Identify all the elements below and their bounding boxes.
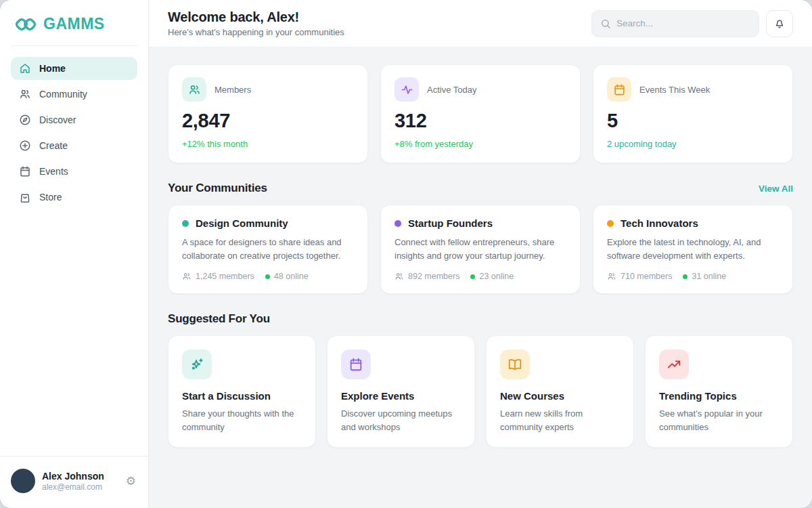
online-dot [470, 274, 475, 279]
sidebar-item-discover[interactable]: Discover [11, 108, 137, 131]
sidebar-item-label: Discover [39, 114, 76, 125]
bell-icon [773, 18, 786, 30]
stat-delta: +12% this month [182, 139, 354, 149]
community-card-startup[interactable]: Startup Founders Connect with fellow ent… [380, 205, 581, 294]
users-icon [182, 272, 191, 281]
suggested-card-trending[interactable]: Trending Topics See what's popular in yo… [645, 335, 793, 448]
gear-icon[interactable]: ⚙ [125, 474, 137, 488]
users-icon [182, 77, 206, 102]
members-count: 710 members [607, 272, 672, 281]
sidebar-item-home[interactable]: Home [11, 57, 137, 80]
page-title: Welcome back, Alex! [168, 9, 344, 25]
sidebar-item-create[interactable]: Create [11, 134, 137, 157]
calendar-icon [607, 77, 631, 102]
activity-icon [394, 77, 419, 102]
stat-card-active-today: Active Today 312 +8% from yesterday [380, 64, 581, 163]
communities-grid: Design Community A space for designers t… [168, 205, 793, 294]
users-icon [607, 272, 616, 281]
sidebar-item-events[interactable]: Events [11, 160, 137, 183]
stat-label: Events This Week [639, 85, 710, 95]
section-title: Your Communities [168, 182, 267, 195]
members-label: 892 members [408, 272, 459, 281]
stat-card-events-week: Events This Week 5 2 upcoming today [593, 64, 793, 163]
users-icon [394, 272, 404, 281]
app-window: GAMMS Home Community Discover [0, 0, 812, 508]
sidebar-item-label: Create [39, 140, 68, 151]
view-all-link[interactable]: View All [759, 184, 793, 194]
suggested-description: Learn new skills from community experts [500, 407, 620, 433]
community-name: Startup Founders [408, 217, 493, 229]
stat-card-members: Members 2,847 +12% this month [168, 64, 368, 163]
plus-circle-icon [19, 140, 31, 152]
home-icon [19, 62, 31, 75]
avatar [11, 469, 35, 493]
compass-icon [19, 114, 31, 126]
stat-head: Members [182, 77, 354, 102]
users-icon [19, 88, 31, 100]
suggested-card-events[interactable]: Explore Events Discover upcoming meetups… [327, 335, 475, 448]
page-subtitle: Here's what's happening in your communit… [168, 27, 344, 37]
search-box[interactable] [591, 10, 759, 37]
search-input[interactable] [616, 18, 750, 28]
community-card-tech[interactable]: Tech Innovators Explore the latest in te… [593, 205, 793, 294]
online-dot [265, 274, 270, 279]
sidebar-item-community[interactable]: Community [11, 83, 137, 106]
user-meta: Alex Johnson alex@email.com [42, 471, 118, 492]
stat-delta: +8% from yesterday [394, 139, 566, 149]
community-color-dot [394, 220, 401, 227]
search-icon [600, 18, 611, 29]
community-description: A space for designers to share ideas and… [182, 236, 354, 263]
notifications-button[interactable] [766, 10, 793, 37]
sidebar: GAMMS Home Community Discover [0, 0, 149, 508]
sidebar-item-label: Home [39, 63, 66, 74]
user-name: Alex Johnson [42, 471, 118, 482]
header-text: Welcome back, Alex! Here's what's happen… [168, 9, 344, 37]
suggested-card-courses[interactable]: New Courses Learn new skills from commun… [486, 335, 634, 448]
community-head: Design Community [182, 217, 354, 229]
user-profile[interactable]: Alex Johnson alex@email.com ⚙ [0, 456, 148, 508]
community-color-dot [182, 220, 189, 227]
suggested-title: New Courses [500, 390, 620, 402]
brand-logo: GAMMS [0, 0, 148, 45]
brand-name: GAMMS [43, 15, 105, 33]
sidebar-item-store[interactable]: Store [11, 186, 137, 209]
members-count: 1,245 members [182, 272, 254, 281]
shopping-bag-icon [19, 191, 31, 203]
stats-row: Members 2,847 +12% this month Active Tod… [168, 64, 793, 163]
stat-head: Events This Week [607, 77, 779, 102]
online-label: 48 online [274, 272, 309, 281]
community-color-dot [607, 220, 614, 227]
suggested-grid: Start a Discussion Share your thoughts w… [168, 335, 793, 448]
suggested-title: Trending Topics [659, 390, 779, 402]
online-dot [683, 274, 687, 279]
online-label: 23 online [479, 272, 514, 281]
sidebar-item-label: Store [39, 192, 62, 203]
stat-value: 312 [394, 110, 566, 132]
online-count: 31 online [683, 272, 726, 281]
trending-up-icon [659, 350, 689, 379]
content-scroll[interactable]: Members 2,847 +12% this month Active Tod… [149, 47, 812, 508]
sidebar-spacer [0, 219, 148, 456]
members-label: 710 members [621, 272, 672, 281]
stat-head: Active Today [394, 77, 566, 102]
suggested-title: Start a Discussion [182, 390, 302, 402]
stat-value: 5 [607, 110, 779, 132]
sidebar-item-label: Community [39, 89, 87, 100]
stat-value: 2,847 [182, 110, 354, 132]
sparkles-icon [182, 350, 212, 379]
community-card-design[interactable]: Design Community A space for designers t… [168, 205, 368, 294]
main-area: Welcome back, Alex! Here's what's happen… [149, 0, 812, 508]
suggested-card-discussion[interactable]: Start a Discussion Share your thoughts w… [168, 335, 316, 448]
book-open-icon [500, 350, 530, 379]
community-description: Explore the latest in technology, AI, an… [607, 236, 779, 263]
suggested-section-header: Suggested For You [168, 312, 793, 326]
communities-section-header: Your Communities View All [168, 182, 793, 195]
community-meta: 710 members 31 online [607, 272, 779, 281]
online-label: 31 online [692, 272, 726, 281]
section-title: Suggested For You [168, 312, 270, 326]
community-head: Tech Innovators [607, 217, 779, 229]
online-count: 48 online [265, 272, 309, 281]
suggested-description: Discover upcoming meetups and workshops [341, 407, 461, 433]
top-header: Welcome back, Alex! Here's what's happen… [149, 0, 812, 47]
user-email: alex@email.com [42, 482, 118, 492]
